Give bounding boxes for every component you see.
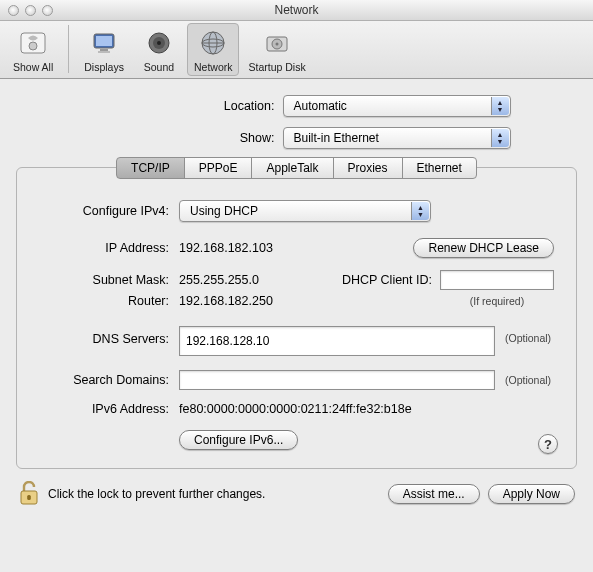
network-icon: [196, 26, 230, 60]
search-optional-note: (Optional): [495, 374, 551, 386]
toolbar-startup-disk[interactable]: Startup Disk: [241, 23, 312, 76]
router-label: Router:: [39, 294, 179, 308]
tab-pppoe[interactable]: PPPoE: [184, 157, 253, 179]
show-label: Show:: [83, 131, 283, 145]
dhcp-if-required-note: (If required): [440, 295, 554, 307]
help-button[interactable]: ?: [538, 434, 558, 454]
select-arrows-icon: ▲▼: [491, 97, 509, 115]
tab-ethernet[interactable]: Ethernet: [402, 157, 477, 179]
lock-icon[interactable]: [18, 481, 40, 507]
configure-ipv6-button[interactable]: Configure IPv6...: [179, 430, 298, 450]
dhcp-client-id-label: DHCP Client ID:: [342, 273, 440, 287]
router-value: 192.168.182.250: [179, 294, 329, 308]
toolbar-displays[interactable]: Displays: [77, 23, 131, 76]
configure-ipv4-value: Using DHCP: [190, 204, 258, 218]
configure-ipv4-select[interactable]: Using DHCP ▲▼: [179, 200, 431, 222]
toolbar-network-label: Network: [194, 61, 233, 73]
subnet-mask-label: Subnet Mask:: [39, 273, 179, 287]
toolbar-sound[interactable]: Sound: [133, 23, 185, 76]
configure-ipv4-label: Configure IPv4:: [39, 204, 179, 218]
close-window-button[interactable]: [8, 5, 19, 16]
window-title: Network: [0, 3, 593, 17]
dns-servers-label: DNS Servers:: [39, 326, 179, 346]
svg-rect-4: [100, 49, 108, 51]
ip-address-value: 192.168.182.103: [179, 241, 359, 255]
location-value: Automatic: [294, 99, 347, 113]
dns-optional-note: (Optional): [495, 326, 551, 344]
ip-address-label: IP Address:: [39, 241, 179, 255]
svg-rect-5: [98, 51, 110, 53]
svg-point-15: [276, 43, 279, 46]
location-select[interactable]: Automatic ▲▼: [283, 95, 511, 117]
toolbar-sound-label: Sound: [144, 61, 174, 73]
svg-rect-3: [96, 36, 112, 46]
lock-text: Click the lock to prevent further change…: [48, 487, 265, 501]
toolbar: Show All Displays Sound Network Startup …: [0, 21, 593, 79]
apply-now-button[interactable]: Apply Now: [488, 484, 575, 504]
select-arrows-icon: ▲▼: [411, 202, 429, 220]
ipv6-address-value: fe80:0000:0000:0000:0211:24ff:fe32:b18e: [179, 402, 412, 416]
tab-appletalk[interactable]: AppleTalk: [251, 157, 333, 179]
toolbar-startup-disk-label: Startup Disk: [248, 61, 305, 73]
displays-icon: [87, 26, 121, 60]
renew-dhcp-button[interactable]: Renew DHCP Lease: [413, 238, 554, 258]
startup-disk-icon: [260, 26, 294, 60]
footer: Click the lock to prevent further change…: [0, 469, 593, 507]
toolbar-show-all[interactable]: Show All: [6, 23, 60, 76]
svg-point-8: [157, 41, 161, 45]
subnet-mask-value: 255.255.255.0: [179, 273, 309, 287]
dns-servers-input[interactable]: [179, 326, 495, 356]
svg-point-1: [29, 42, 37, 50]
svg-rect-17: [27, 495, 31, 500]
tab-proxies[interactable]: Proxies: [333, 157, 403, 179]
select-arrows-icon: ▲▼: [491, 129, 509, 147]
toolbar-separator: [68, 25, 69, 73]
show-all-icon: [16, 26, 50, 60]
search-domains-label: Search Domains:: [39, 373, 179, 387]
zoom-window-button[interactable]: [42, 5, 53, 16]
toolbar-show-all-label: Show All: [13, 61, 53, 73]
tab-bar: TCP/IP PPPoE AppleTalk Proxies Ethernet: [39, 157, 554, 179]
assist-me-button[interactable]: Assist me...: [388, 484, 480, 504]
window-controls: [0, 5, 53, 16]
toolbar-network[interactable]: Network: [187, 23, 240, 76]
minimize-window-button[interactable]: [25, 5, 36, 16]
search-domains-input[interactable]: [179, 370, 495, 390]
settings-panel: TCP/IP PPPoE AppleTalk Proxies Ethernet …: [16, 167, 577, 469]
show-select[interactable]: Built-in Ethernet ▲▼: [283, 127, 511, 149]
dhcp-client-id-input[interactable]: [440, 270, 554, 290]
sound-icon: [142, 26, 176, 60]
toolbar-displays-label: Displays: [84, 61, 124, 73]
ipv6-address-label: IPv6 Address:: [39, 402, 179, 416]
window-titlebar: Network: [0, 0, 593, 21]
tab-tcpip[interactable]: TCP/IP: [116, 157, 185, 179]
location-label: Location:: [83, 99, 283, 113]
show-value: Built-in Ethernet: [294, 131, 379, 145]
